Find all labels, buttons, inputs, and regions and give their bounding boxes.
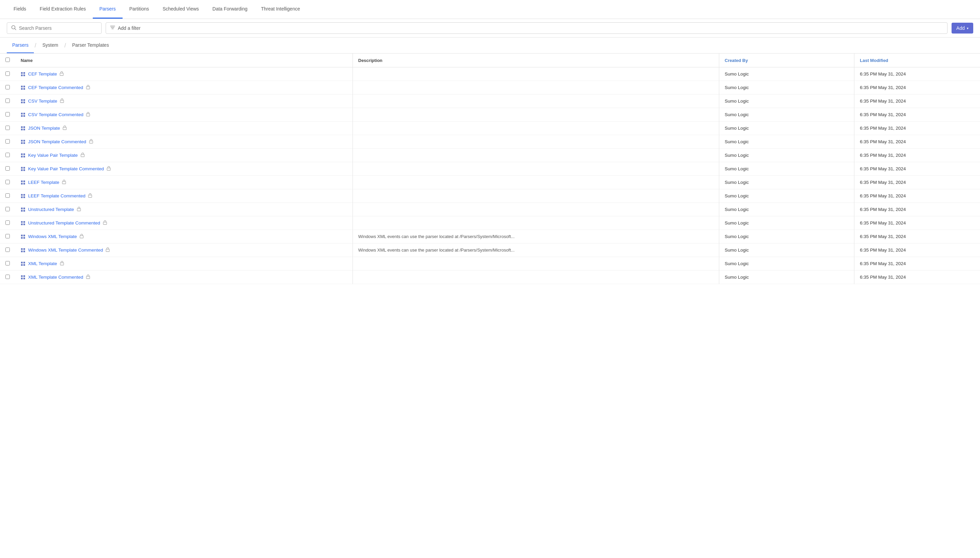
table-row: CEF Template Commented Sumo Logic6:35 PM…: [0, 81, 980, 94]
svg-rect-55: [23, 210, 25, 212]
svg-rect-15: [23, 102, 25, 103]
parser-name[interactable]: XML Template Commented: [28, 275, 83, 280]
nav-item-partitions[interactable]: Partitions: [123, 0, 156, 19]
parser-name[interactable]: Key Value Pair Template Commented: [28, 166, 104, 171]
table-row: Windows XML Template Commented Windows X…: [0, 243, 980, 257]
name-cell: CSV Template: [15, 94, 353, 108]
search-input[interactable]: [19, 25, 97, 31]
svg-rect-18: [23, 113, 25, 115]
parser-name[interactable]: XML Template: [28, 261, 57, 266]
svg-rect-12: [21, 99, 23, 101]
row-checkbox[interactable]: [5, 220, 10, 225]
svg-rect-8: [23, 86, 25, 87]
parser-name[interactable]: LEEF Template: [28, 180, 59, 185]
svg-rect-33: [23, 153, 25, 155]
parser-name[interactable]: JSON Template: [28, 126, 60, 131]
last-modified-cell: 6:35 PM May 31, 2024: [854, 217, 980, 230]
svg-rect-2: [21, 72, 23, 74]
parser-name[interactable]: CEF Template: [28, 71, 57, 77]
svg-rect-38: [23, 167, 25, 169]
parser-name[interactable]: Key Value Pair Template: [28, 153, 78, 158]
row-checkbox[interactable]: [5, 126, 10, 130]
row-checkbox-cell: [0, 217, 15, 230]
svg-rect-74: [21, 264, 23, 266]
description-cell: Windows XML events can use the parser lo…: [353, 243, 719, 257]
last-modified-cell: 6:35 PM May 31, 2024: [854, 81, 980, 94]
nav-item-scheduled-views[interactable]: Scheduled Views: [156, 0, 205, 19]
row-checkbox[interactable]: [5, 98, 10, 103]
row-checkbox[interactable]: [5, 139, 10, 144]
svg-rect-10: [23, 88, 25, 90]
parser-name[interactable]: Windows XML Template: [28, 234, 77, 239]
search-box[interactable]: [7, 22, 102, 34]
row-checkbox[interactable]: [5, 248, 10, 252]
row-checkbox[interactable]: [5, 71, 10, 76]
svg-rect-36: [81, 154, 84, 157]
parser-name[interactable]: Unstructured Template: [28, 207, 74, 212]
lock-icon: [62, 179, 66, 185]
row-checkbox[interactable]: [5, 207, 10, 211]
sub-tab-parsers[interactable]: Parsers: [7, 38, 34, 53]
name-cell: LEEF Template Commented: [15, 189, 353, 203]
filter-box[interactable]: Add a filter: [106, 22, 947, 34]
lock-icon: [88, 193, 92, 199]
svg-rect-59: [21, 223, 23, 225]
last-modified-cell: 6:35 PM May 31, 2024: [854, 94, 980, 108]
parser-name[interactable]: LEEF Template Commented: [28, 193, 85, 199]
created-by-cell: Sumo Logic: [719, 203, 854, 217]
top-nav: FieldsField Extraction RulesParsersParti…: [0, 0, 980, 19]
svg-rect-27: [21, 140, 23, 141]
nav-item-parsers[interactable]: Parsers: [93, 0, 123, 19]
parser-name[interactable]: Unstructured Template Commented: [28, 220, 100, 225]
row-checkbox[interactable]: [5, 180, 10, 184]
created-by-cell: Sumo Logic: [719, 257, 854, 271]
created-by-cell: Sumo Logic: [719, 271, 854, 284]
sub-tabs: Parsers/System/Parser Templates: [0, 38, 980, 54]
last-modified-cell: 6:35 PM May 31, 2024: [854, 176, 980, 189]
svg-rect-24: [21, 129, 23, 130]
row-checkbox[interactable]: [5, 85, 10, 89]
parser-name[interactable]: JSON Template Commented: [28, 139, 86, 144]
row-checkbox[interactable]: [5, 166, 10, 171]
last-modified-cell: 6:35 PM May 31, 2024: [854, 149, 980, 162]
sub-tab-parser-templates[interactable]: Parser Templates: [67, 38, 115, 53]
nav-item-field-extraction-rules[interactable]: Field Extraction Rules: [33, 0, 92, 19]
row-checkbox[interactable]: [5, 193, 10, 198]
add-button[interactable]: Add ▾: [952, 23, 973, 33]
sub-tab-divider-1: /: [34, 42, 37, 48]
row-checkbox[interactable]: [5, 261, 10, 266]
row-checkbox[interactable]: [5, 112, 10, 117]
created-by-cell: Sumo Logic: [719, 176, 854, 189]
parser-icon: [21, 99, 25, 103]
sub-tab-system[interactable]: System: [37, 38, 64, 53]
svg-rect-32: [21, 153, 23, 155]
parser-name[interactable]: CSV Template Commented: [28, 112, 83, 117]
sub-tab-divider-2: /: [64, 42, 67, 48]
description-cell: [353, 94, 719, 108]
row-checkbox-cell: [0, 67, 15, 81]
svg-rect-61: [103, 222, 107, 225]
search-icon: [11, 25, 16, 31]
row-checkbox[interactable]: [5, 153, 10, 157]
parser-name[interactable]: Windows XML Template Commented: [28, 248, 103, 253]
svg-rect-66: [80, 236, 83, 238]
nav-item-data-forwarding[interactable]: Data Forwarding: [205, 0, 254, 19]
name-cell: JSON Template Commented: [15, 135, 353, 149]
parser-icon: [21, 140, 25, 144]
lock-icon: [60, 71, 64, 77]
svg-rect-49: [21, 196, 23, 198]
nav-item-fields[interactable]: Fields: [7, 0, 33, 19]
svg-rect-41: [107, 168, 110, 170]
parser-icon: [21, 261, 25, 266]
last-modified-column-header: Last Modified: [854, 54, 980, 67]
row-checkbox[interactable]: [5, 234, 10, 238]
row-checkbox[interactable]: [5, 275, 10, 279]
table-row: Key Value Pair Template Sumo Logic6:35 P…: [0, 149, 980, 162]
parser-name[interactable]: CEF Template Commented: [28, 85, 83, 90]
description-cell: [353, 162, 719, 176]
nav-item-threat-intelligence[interactable]: Threat Intelligence: [254, 0, 307, 19]
svg-rect-70: [23, 251, 25, 252]
parser-name[interactable]: CSV Template: [28, 98, 57, 103]
table-row: LEEF Template Sumo Logic6:35 PM May 31, …: [0, 176, 980, 189]
select-all-checkbox[interactable]: [5, 57, 10, 62]
